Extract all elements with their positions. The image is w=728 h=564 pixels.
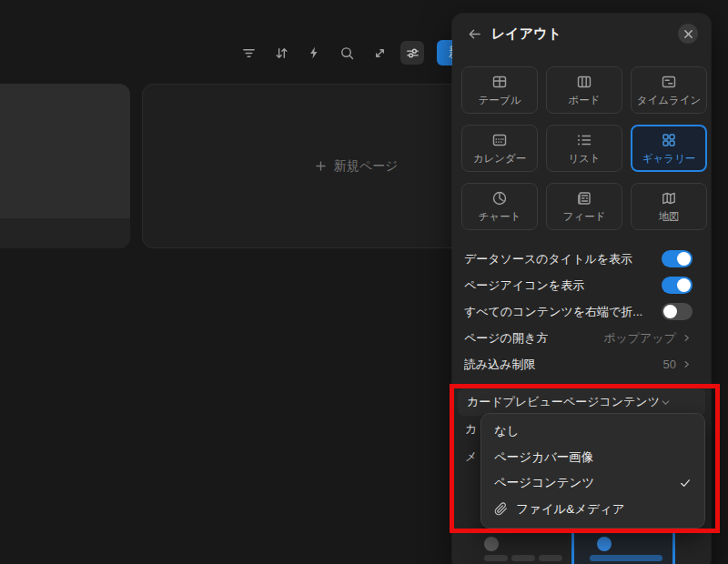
setting-label: カードプレビュー bbox=[467, 394, 563, 410]
layout-option-chart[interactable]: チャート bbox=[461, 183, 538, 230]
layout-option-board[interactable]: ボード bbox=[546, 66, 622, 114]
panel-title: レイアウト bbox=[491, 25, 561, 43]
dropdown-item-page-content[interactable]: ページコンテンツ bbox=[481, 470, 704, 497]
map-icon bbox=[661, 190, 677, 206]
setting-show-page-icon: ページアイコンを表示 bbox=[452, 272, 711, 298]
chart-icon bbox=[491, 190, 508, 206]
preview-avatar-blue bbox=[597, 537, 612, 551]
layout-option-feed[interactable]: フィード bbox=[546, 183, 622, 230]
layout-option-calendar[interactable]: カレンダー bbox=[461, 125, 538, 172]
expand-icon[interactable] bbox=[368, 41, 391, 65]
calendar-icon bbox=[491, 132, 508, 148]
chevron-right-icon bbox=[681, 358, 693, 370]
tile-label: タイムライン bbox=[637, 94, 702, 107]
sort-icon[interactable] bbox=[269, 41, 293, 65]
setting-label: すべてのコンテンツを右端で折... bbox=[464, 304, 642, 320]
setting-label: ページの開き方 bbox=[464, 330, 548, 347]
tile-label: 地図 bbox=[659, 210, 680, 224]
dropdown-item-label: なし bbox=[494, 423, 520, 439]
dropdown-item-label: ファイル&メディア bbox=[516, 501, 625, 518]
feed-icon bbox=[576, 190, 592, 206]
setting-value: ページコンテンツ bbox=[563, 394, 660, 410]
preview-bar-gray bbox=[539, 555, 562, 561]
setting-load-limit[interactable]: 読み込み制限 50 bbox=[452, 351, 711, 378]
setting-label: データソースのタイトルを表示 bbox=[464, 251, 632, 267]
layout-option-table[interactable]: テーブル bbox=[461, 66, 538, 114]
timeline-icon bbox=[661, 74, 677, 90]
preview-bar-blue bbox=[590, 555, 662, 561]
gallery-card-partial[interactable] bbox=[0, 84, 130, 248]
gallery-card-caption bbox=[0, 218, 130, 248]
tile-label: ギャラリー bbox=[642, 152, 696, 166]
paperclip-icon bbox=[494, 502, 508, 516]
setting-open-pages-in[interactable]: ページの開き方 ポップアップ bbox=[452, 325, 711, 351]
chevron-right-icon bbox=[681, 332, 693, 344]
layout-option-list[interactable]: リスト bbox=[546, 125, 622, 172]
panel-header: レイアウト bbox=[452, 14, 711, 54]
preview-avatar-gray bbox=[484, 537, 499, 551]
tile-label: チャート bbox=[479, 210, 521, 224]
toggle-show-page-icon[interactable] bbox=[662, 277, 693, 294]
search-icon[interactable] bbox=[335, 41, 359, 65]
tile-label: フィード bbox=[563, 210, 606, 224]
board-icon bbox=[576, 74, 592, 90]
setting-value: ポップアップ bbox=[603, 330, 676, 347]
lightning-icon[interactable] bbox=[302, 41, 326, 65]
dropdown-item-label: ページカバー画像 bbox=[494, 449, 593, 466]
layout-type-grid: テーブル ボード タイムライン カレンダー リスト ギャラリー チャート フィ bbox=[461, 66, 707, 230]
tile-label: カレンダー bbox=[473, 152, 527, 166]
settings-list: データソースのタイトルを表示 ページアイコンを表示 すべてのコンテンツを右端で折… bbox=[452, 246, 711, 378]
check-icon bbox=[679, 477, 692, 489]
new-page-label: 新規ページ bbox=[334, 158, 399, 175]
toggle-show-datasource-title[interactable] bbox=[662, 250, 693, 267]
setting-card-preview[interactable]: カードプレビュー ページコンテンツ bbox=[458, 388, 705, 416]
layout-option-gallery[interactable]: ギャラリー bbox=[631, 125, 707, 172]
toggle-wrap-content[interactable] bbox=[662, 303, 693, 320]
layout-option-timeline[interactable]: タイムライン bbox=[631, 66, 707, 114]
preview-bar-gray bbox=[511, 555, 535, 561]
table-icon bbox=[491, 74, 508, 90]
view-settings-sliders-icon[interactable] bbox=[400, 41, 424, 65]
dropdown-item-none[interactable]: なし bbox=[481, 418, 704, 445]
plus-icon bbox=[314, 159, 328, 173]
tile-label: ボード bbox=[568, 94, 600, 107]
setting-value: 50 bbox=[663, 358, 676, 371]
list-icon bbox=[576, 132, 592, 148]
chevron-down-icon bbox=[660, 397, 672, 408]
occluded-setting-label: カ bbox=[465, 421, 477, 438]
gallery-icon bbox=[661, 132, 677, 148]
back-arrow-icon[interactable] bbox=[465, 25, 483, 43]
occluded-setting-label: メ bbox=[465, 448, 477, 465]
tile-label: テーブル bbox=[479, 94, 521, 107]
card-preview-dropdown: なし ページカバー画像 ページコンテンツ ファイル&メディア bbox=[480, 413, 705, 529]
tile-label: リスト bbox=[568, 152, 600, 166]
close-icon[interactable] bbox=[678, 24, 698, 44]
setting-label: 読み込み制限 bbox=[464, 357, 536, 373]
filter-icon[interactable] bbox=[237, 41, 260, 65]
setting-show-datasource-title: データソースのタイトルを表示 bbox=[452, 246, 711, 272]
dropdown-item-files-media[interactable]: ファイル&メディア bbox=[481, 497, 704, 523]
setting-label: ページアイコンを表示 bbox=[464, 277, 584, 294]
dropdown-item-page-cover[interactable]: ページカバー画像 bbox=[481, 445, 704, 471]
dropdown-item-label: ページコンテンツ bbox=[494, 475, 594, 491]
layout-option-map[interactable]: 地図 bbox=[631, 183, 707, 230]
setting-wrap-content: すべてのコンテンツを右端で折... bbox=[452, 298, 711, 325]
preview-bar-gray bbox=[484, 555, 508, 561]
